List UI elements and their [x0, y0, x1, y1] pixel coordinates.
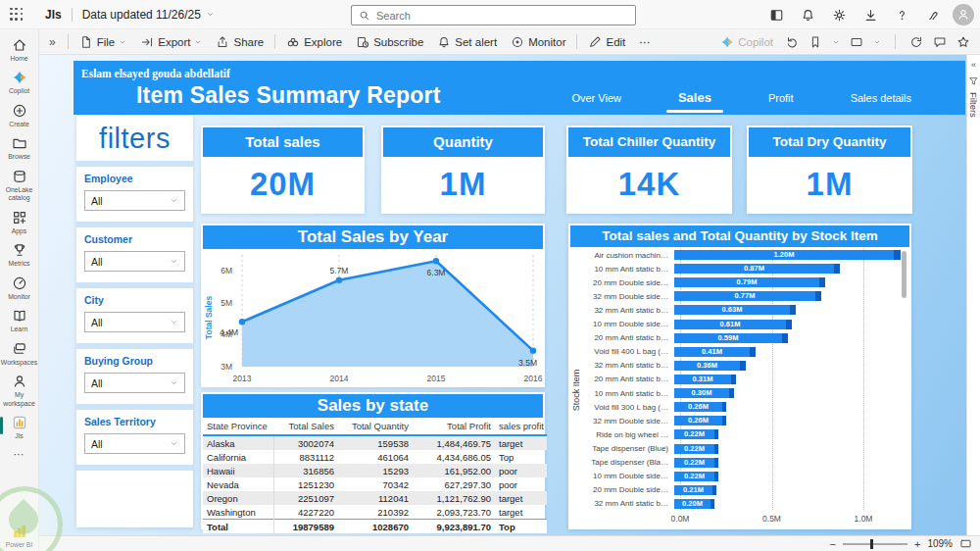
view-icon[interactable] — [850, 35, 863, 49]
total-quantity-bar[interactable] — [786, 320, 792, 329]
sidebar-item-my-workspace[interactable]: My workspace — [0, 370, 38, 411]
area-chart-svg[interactable]: 4.4M5.7M6.3M3.5M3M4M5M6M2013201420152016… — [203, 249, 543, 387]
toolbar-set-alert-button[interactable]: Set alert — [430, 29, 504, 55]
sidebar-item-onelake-catalog[interactable]: OneLake catalog — [0, 165, 38, 206]
feedback-icon[interactable] — [926, 8, 941, 23]
zoom-out-button[interactable]: − — [830, 538, 836, 550]
table-row[interactable]: Nevada125123070342627,297.30poor — [203, 477, 547, 491]
tab-sales[interactable]: Sales — [678, 90, 711, 111]
total-quantity-bar[interactable] — [729, 388, 734, 398]
chat-icon[interactable] — [933, 35, 947, 49]
toolbar-file-button[interactable]: File — [73, 29, 134, 55]
total-quantity-bar[interactable] — [750, 347, 756, 357]
table-row[interactable]: Alaska30020741595381,484,469.75target — [203, 435, 547, 450]
workspace-label[interactable]: Jls — [45, 8, 62, 22]
data-updated-dropdown[interactable]: Data updated 11/26/25 — [82, 8, 215, 22]
total-quantity-bar[interactable] — [740, 361, 746, 371]
bookmark-icon[interactable] — [808, 35, 822, 49]
bar-row[interactable]: Ride on big wheel …0.22M — [570, 428, 900, 440]
total-quantity-bar[interactable] — [731, 375, 736, 384]
star-icon[interactable] — [956, 35, 970, 49]
download-icon[interactable] — [863, 8, 878, 23]
chart-scrollbar[interactable] — [902, 251, 906, 508]
sidebar-item-monitor[interactable]: Monitor — [0, 272, 38, 304]
sidebar-item-apps[interactable]: Apps — [0, 206, 38, 238]
search-box[interactable] — [351, 5, 636, 25]
total-quantity-bar[interactable] — [722, 402, 726, 412]
bar-row[interactable]: 10 mm Anti static b…0.30M — [570, 387, 900, 399]
column-header-total-quantity[interactable]: Total Quantity — [338, 418, 413, 435]
total-quantity-bar[interactable] — [894, 250, 901, 260]
column-header-total-sales[interactable]: Total Sales — [273, 418, 338, 435]
bar-row[interactable]: Tape dispenser (Bla…0.22M — [570, 457, 900, 469]
total-quantity-bar[interactable] — [710, 499, 714, 509]
total-quantity-bar[interactable] — [819, 277, 825, 287]
table-row[interactable]: Hawaii31685615293161,952.00poor — [203, 464, 547, 477]
collapsed-filters-pane[interactable]: « Filters — [966, 55, 980, 535]
bar-row[interactable]: Void fill 300 L bag (…0.26M — [570, 401, 900, 413]
bar-row[interactable]: 20 mm Double side…0.79M — [570, 276, 900, 288]
column-header-total-profit[interactable]: Total Profit — [413, 418, 495, 435]
table-row[interactable]: Washington42272202103922,093,723.70targe… — [203, 505, 547, 520]
bar-row[interactable]: 32 mm Anti static b…0.36M — [570, 360, 900, 372]
collapse-pages-icon[interactable]: » — [49, 35, 56, 49]
sidebar-item-metrics[interactable]: Metrics — [0, 238, 38, 271]
sidebar-item-home[interactable]: Home — [0, 33, 38, 66]
sidebar-item-learn[interactable]: Learn — [0, 304, 38, 336]
copilot-button[interactable]: Copilot — [718, 29, 775, 55]
total-quantity-bar[interactable] — [714, 458, 718, 468]
search-input[interactable] — [376, 10, 635, 22]
total-quantity-bar[interactable] — [722, 416, 726, 426]
sales-quantity-by-stock-item-chart[interactable]: Total sales and Total Quantity by Stock … — [568, 224, 911, 529]
question-icon[interactable] — [895, 8, 909, 23]
zoom-slider[interactable] — [843, 543, 907, 545]
bar-row[interactable]: 20 mm Anti static b…0.31M — [570, 374, 900, 385]
zoom-in-button[interactable]: + — [914, 538, 920, 550]
refresh-icon[interactable] — [909, 35, 923, 49]
toolbar-export-button[interactable]: Export — [133, 29, 209, 55]
undo-icon[interactable] — [785, 35, 799, 49]
kpi-card-total-chiller-quantity[interactable]: Total Chiller Quantity 14K — [566, 125, 732, 214]
column-header-sales-profit[interactable]: sales profit — [495, 418, 547, 435]
bar-row[interactable]: Void fill 400 L bag (…0.41M — [570, 346, 900, 358]
toolbar-edit-button[interactable]: Edit — [581, 29, 632, 55]
bar-row[interactable]: Air cushion machin…1.20M — [570, 249, 900, 261]
gear-icon[interactable] — [832, 8, 847, 23]
kpi-card-quantity[interactable]: Quantity 1M — [381, 125, 545, 214]
sidebar-item-browse[interactable]: Browse — [0, 131, 38, 164]
avatar[interactable] — [953, 4, 974, 25]
bar-row[interactable]: 32 mm Anti static b…0.20M — [570, 498, 900, 510]
app-launcher-icon[interactable] — [10, 8, 24, 22]
total-quantity-bar[interactable] — [790, 305, 796, 315]
total-quantity-bar[interactable] — [712, 485, 716, 495]
table-row[interactable]: California88311124610644,434,686.05Top — [203, 450, 547, 464]
total-quantity-bar[interactable] — [714, 444, 718, 454]
bar-row[interactable]: 20 mm Anti static b…0.59M — [570, 332, 900, 344]
toolbar-explore-button[interactable]: Explore — [279, 29, 349, 55]
bar-row[interactable]: 32 mm Double side…0.26M — [570, 415, 900, 426]
bar-row[interactable]: 32 mm Double side…0.77M — [570, 290, 900, 302]
bar-row[interactable]: 10 mm Anti static b…0.87M — [570, 263, 900, 275]
total-quantity-bar[interactable] — [714, 429, 718, 439]
sidebar-more-button[interactable]: ⋯ — [0, 444, 38, 465]
toolbar-overflow-button[interactable]: ⋯ — [632, 29, 658, 55]
tab-over-view[interactable]: Over View — [571, 92, 621, 113]
total-quantity-bar[interactable] — [782, 333, 788, 343]
sidebar-item-jls[interactable]: Jls — [0, 411, 38, 443]
kpi-card-total-sales[interactable]: Total sales 20M — [201, 125, 365, 214]
toolbar-subscribe-button[interactable]: Subscribe — [349, 29, 430, 55]
slicer-dropdown[interactable]: All — [84, 190, 185, 211]
total-sales-by-year-chart[interactable]: Total Sales by Year 4.4M5.7M6.3M3.5M3M4M… — [201, 224, 545, 387]
tab-sales-details[interactable]: Sales details — [851, 92, 911, 113]
table-row[interactable]: Oregon22510971120411,121,762.90target — [203, 491, 547, 505]
bar-row[interactable]: Tape dispenser (Blue)0.22M — [570, 443, 900, 455]
tab-profit[interactable]: Profit — [768, 92, 794, 113]
bell-icon[interactable] — [801, 8, 815, 23]
sales-by-state-table[interactable]: Sales by state State ProvinceTotal Sales… — [201, 392, 545, 529]
column-header-state-province[interactable]: State Province — [203, 418, 273, 435]
sidebar-item-create[interactable]: Create — [0, 99, 38, 131]
bar-row[interactable]: 10 mm Double side…0.22M — [570, 471, 900, 482]
total-quantity-bar[interactable] — [714, 472, 718, 481]
bar-row[interactable]: 20 mm Double side…0.21M — [570, 484, 900, 496]
slicer-dropdown[interactable]: All — [84, 312, 185, 332]
